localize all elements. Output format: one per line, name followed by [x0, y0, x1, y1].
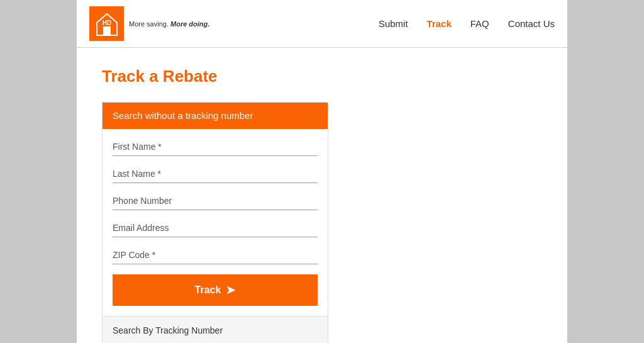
- logo-tagline: More saving. More doing.: [129, 20, 209, 28]
- track-button-label: Track: [195, 284, 221, 296]
- email-address-field: [113, 215, 318, 240]
- nav-track[interactable]: Track: [427, 18, 452, 29]
- svg-rect-1: [103, 26, 111, 35]
- phone-number-input[interactable]: [113, 188, 318, 210]
- last-name-input[interactable]: [113, 161, 318, 183]
- search-by-tracking-number[interactable]: Search By Tracking Number: [103, 316, 328, 343]
- main-content: Track a Rebate Search without a tracking…: [77, 48, 567, 343]
- form-body: Track ➤: [103, 129, 328, 316]
- content-area: HD More saving. More doing. Submit Track…: [77, 0, 567, 343]
- logo-area: HD More saving. More doing.: [89, 6, 209, 41]
- nav-contact-us[interactable]: Contact Us: [508, 18, 555, 29]
- email-address-input[interactable]: [113, 215, 318, 237]
- last-name-field: [113, 161, 318, 186]
- track-button-arrow-icon: ➤: [226, 283, 235, 297]
- header: HD More saving. More doing. Submit Track…: [77, 0, 567, 48]
- nav-links: Submit Track FAQ Contact Us: [379, 18, 555, 29]
- form-card-header-text: Search without a tracking number: [113, 110, 253, 121]
- page-title: Track a Rebate: [102, 67, 542, 86]
- nav-submit[interactable]: Submit: [379, 18, 408, 29]
- page-container: HD More saving. More doing. Submit Track…: [0, 0, 644, 343]
- phone-number-field: [113, 188, 318, 213]
- home-depot-logo: HD: [89, 6, 124, 41]
- form-card-header: Search without a tracking number: [103, 103, 328, 129]
- first-name-field: [113, 134, 318, 159]
- svg-text:HD: HD: [102, 20, 111, 26]
- form-card: Search without a tracking number: [102, 102, 328, 343]
- first-name-input[interactable]: [113, 134, 318, 156]
- zip-code-field: [113, 242, 318, 267]
- zip-code-input[interactable]: [113, 242, 318, 264]
- logo-svg: HD: [94, 11, 119, 37]
- track-button[interactable]: Track ➤: [113, 274, 318, 306]
- nav-faq[interactable]: FAQ: [470, 18, 489, 29]
